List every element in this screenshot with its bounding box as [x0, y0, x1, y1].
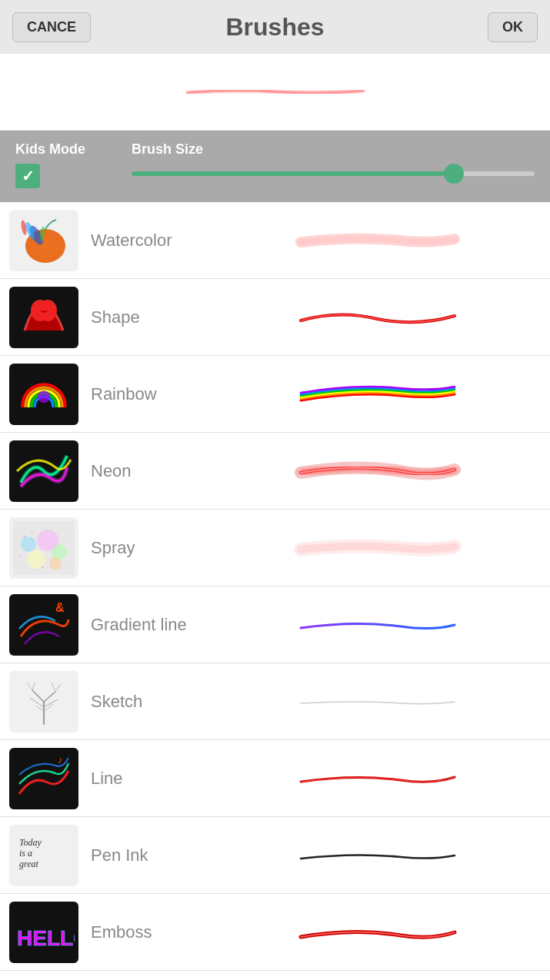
brush-name-penink: Pen Ink — [91, 845, 214, 865]
brush-name-rainbow: Rainbow — [91, 384, 214, 404]
brush-size-section: Brush Size — [132, 141, 535, 176]
brush-name-spray: Spray — [91, 538, 214, 558]
kids-mode-checkbox[interactable] — [15, 164, 40, 188]
svg-text:♪: ♪ — [58, 754, 63, 766]
brush-item-spray[interactable]: Spray — [0, 510, 550, 586]
brush-list: Watercolor Shape — [0, 202, 550, 971]
brush-item-gradient[interactable]: & Gradient line — [0, 586, 550, 663]
brush-preview-penink — [214, 832, 541, 879]
brush-name-line: Line — [91, 769, 214, 789]
brush-item-shape[interactable]: Shape — [0, 279, 550, 356]
svg-point-26 — [51, 529, 53, 531]
page-title: Brushes — [225, 13, 324, 42]
brush-thumb-neon — [9, 440, 78, 502]
svg-point-21 — [52, 544, 67, 560]
brush-name-neon: Neon — [91, 461, 214, 481]
svg-point-22 — [27, 550, 45, 569]
cancel-button[interactable]: CANCE — [12, 12, 91, 42]
svg-text:great: great — [19, 859, 39, 869]
brush-thumb-spray — [9, 517, 78, 579]
svg-rect-45 — [13, 752, 75, 806]
svg-text:is a: is a — [19, 848, 32, 859]
brush-preview-neon — [214, 448, 541, 494]
svg-point-23 — [49, 557, 62, 570]
brush-item-emboss[interactable]: HELLO HELLO Emboss — [0, 894, 550, 971]
brush-thumb-rainbow — [9, 364, 78, 425]
brush-name-watercolor: Watercolor — [91, 231, 214, 251]
brush-item-penink[interactable]: Today is a great Pen Ink — [0, 817, 550, 894]
brush-item-watercolor[interactable]: Watercolor — [0, 202, 550, 279]
brush-preview-watercolor — [214, 218, 541, 264]
svg-point-25 — [32, 532, 33, 533]
ok-button[interactable]: OK — [488, 12, 538, 42]
brush-name-shape: Shape — [91, 307, 214, 327]
brush-item-sketch[interactable]: Sketch — [0, 663, 550, 740]
brush-preview-sketch — [214, 679, 541, 725]
kids-mode-section: Kids Mode — [15, 141, 85, 188]
brush-name-sketch: Sketch — [91, 692, 214, 712]
brush-size-slider[interactable] — [132, 171, 535, 176]
brush-size-label: Brush Size — [132, 141, 535, 158]
brush-preview-area — [0, 54, 550, 131]
svg-point-16 — [38, 390, 50, 403]
brush-thumb-shape — [9, 287, 78, 348]
kids-mode-label: Kids Mode — [15, 141, 85, 158]
brush-name-emboss: Emboss — [91, 922, 214, 942]
slider-fill — [132, 171, 454, 176]
brush-thumb-watercolor — [9, 210, 78, 271]
svg-point-29 — [66, 566, 68, 568]
brush-thumb-line: ♪ — [9, 748, 78, 809]
svg-text:&: & — [55, 601, 65, 614]
preview-stroke — [14, 87, 537, 98]
brush-preview-emboss — [214, 909, 541, 955]
brush-preview-gradient — [214, 602, 541, 648]
svg-point-28 — [20, 554, 22, 556]
brush-preview-rainbow — [214, 371, 541, 417]
brush-item-rainbow[interactable]: Rainbow — [0, 356, 550, 433]
controls-bar: Kids Mode Brush Size — [0, 131, 550, 202]
brush-item-neon[interactable]: Neon — [0, 433, 550, 510]
brush-preview-line — [214, 756, 541, 802]
brush-thumb-sketch — [9, 671, 78, 733]
brush-thumb-emboss: HELLO HELLO — [9, 902, 78, 963]
brush-item-line[interactable]: ♪ Line — [0, 740, 550, 817]
svg-point-27 — [62, 537, 64, 539]
slider-thumb[interactable] — [444, 164, 464, 184]
brush-preview-shape — [214, 294, 541, 341]
svg-point-19 — [21, 537, 36, 552]
header: CANCE Brushes OK — [0, 0, 550, 54]
svg-text:HELLO: HELLO — [17, 926, 75, 950]
svg-point-30 — [42, 566, 44, 568]
svg-point-24 — [24, 535, 26, 537]
brush-name-gradient: Gradient line — [91, 615, 214, 635]
brush-preview-spray — [214, 525, 541, 571]
brush-thumb-gradient: & — [9, 594, 78, 656]
svg-text:Today: Today — [19, 837, 42, 848]
brush-thumb-penink: Today is a great — [9, 825, 78, 886]
